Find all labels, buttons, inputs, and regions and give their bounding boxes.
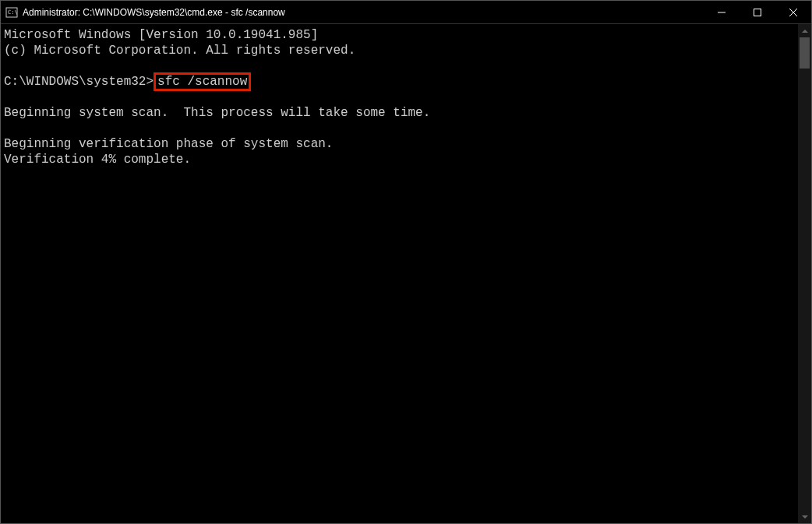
titlebar-left: C:\ Administrator: C:\WINDOWS\system32\c… [1,6,285,19]
command-highlight: sfc /scannow [154,72,251,91]
svg-marker-6 [802,30,808,33]
content-area: Microsoft Windows [Version 10.0.19041.98… [1,24,811,523]
output-line: Verification 4% complete. [4,153,191,167]
scroll-track[interactable] [798,37,811,510]
output-line: Beginning verification phase of system s… [4,137,333,151]
scroll-down-arrow[interactable] [798,510,811,523]
maximize-button[interactable] [740,1,775,23]
svg-rect-3 [754,9,761,16]
window-title: Administrator: C:\WINDOWS\system32\cmd.e… [23,7,285,18]
window-titlebar: C:\ Administrator: C:\WINDOWS\system32\c… [1,1,811,24]
output-line: Microsoft Windows [Version 10.0.19041.98… [4,28,318,42]
window-controls [704,1,811,23]
cmd-icon: C:\ [5,6,18,19]
minimize-button[interactable] [704,1,740,23]
vertical-scrollbar[interactable] [798,24,811,523]
svg-marker-7 [802,515,808,519]
svg-text:C:\: C:\ [8,9,18,16]
scroll-up-arrow[interactable] [798,24,811,37]
prompt-text: C:\WINDOWS\system32> [4,75,154,89]
output-line: (c) Microsoft Corporation. All rights re… [4,44,355,58]
output-line: Beginning system scan. This process will… [4,106,430,120]
terminal-output[interactable]: Microsoft Windows [Version 10.0.19041.98… [1,24,798,523]
close-button[interactable] [775,1,811,23]
command-text: sfc /scannow [157,75,247,89]
scroll-thumb[interactable] [800,37,810,69]
